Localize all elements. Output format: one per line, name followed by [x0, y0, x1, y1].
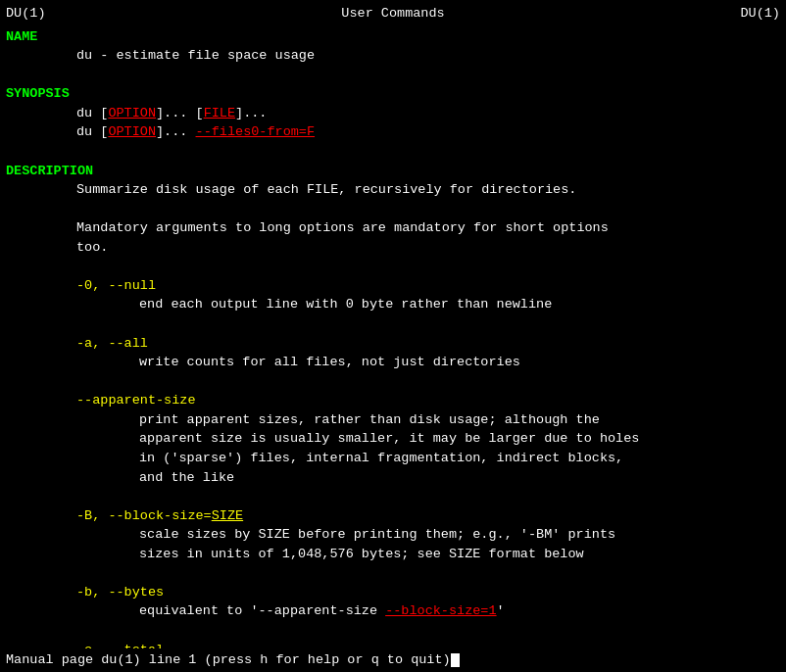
terminal-window: DU(1) User Commands DU(1) NAME du - esti…: [0, 0, 786, 672]
option-block-size-desc1: scale sizes by SIZE before printing them…: [6, 525, 780, 545]
man-page-header: DU(1) User Commands DU(1): [6, 4, 780, 24]
option-bytes-flag-ref: --block-size=1: [385, 603, 496, 618]
option-apparent-size-flag: --apparent-size: [6, 391, 780, 410]
option-apparent-size-desc3: in ('sparse') files, internal fragmentat…: [6, 449, 780, 468]
synopsis-flag: --files0-from=F: [196, 124, 316, 139]
option-all-desc: write counts for all files, not just dir…: [6, 353, 780, 372]
name-section: NAME du - estimate file space usage: [6, 27, 780, 66]
option-apparent-size-desc2: apparent size is usually smaller, it may…: [6, 429, 780, 449]
synopsis-line2: du [OPTION]... --files0-from=F: [6, 122, 780, 142]
option-block-size-desc2: sizes in units of 1,048,576 bytes; see S…: [6, 545, 780, 564]
synopsis-file: FILE: [204, 106, 235, 120]
option-bytes-prefix: equivalent to '--apparent-size: [139, 603, 385, 618]
description-section: DESCRIPTION Summarize disk usage of each…: [6, 162, 780, 660]
mandatory-line2: too.: [6, 238, 780, 258]
mandatory-line1: Mandatory arguments to long options are …: [6, 218, 780, 238]
option-block-size-var: SIZE: [212, 508, 243, 523]
option-bytes-suffix: ': [497, 603, 505, 618]
name-content: du - estimate file space usage: [6, 46, 780, 66]
synopsis-line1-mid: ]... [: [156, 106, 204, 120]
synopsis-line1-suffix: ]...: [235, 106, 267, 120]
status-text: Manual page du(1) line 1 (press h for he…: [6, 652, 451, 667]
option-apparent-size-desc4: and the like: [6, 468, 780, 488]
description-summary: Summarize disk usage of each FILE, recur…: [6, 180, 780, 200]
option-all-flag: -a, --all: [6, 334, 780, 354]
status-bar: Manual page du(1) line 1 (press h for he…: [0, 648, 786, 672]
synopsis-line2-mid: ]...: [156, 124, 196, 139]
option-bytes-desc: equivalent to '--apparent-size --block-s…: [6, 601, 780, 621]
header-center: User Commands: [341, 4, 444, 24]
option-apparent-size-desc1: print apparent sizes, rather than disk u…: [6, 410, 780, 430]
description-label: DESCRIPTION: [6, 162, 780, 181]
option-null-flag: -0, --null: [6, 276, 780, 296]
synopsis-section: SYNOPSIS du [OPTION]... [FILE]... du [OP…: [6, 84, 780, 142]
synopsis-line1-prefix: du [: [76, 106, 108, 120]
name-label: NAME: [6, 27, 780, 47]
header-right: DU(1): [740, 4, 780, 24]
synopsis-option1: OPTION: [108, 106, 156, 120]
synopsis-line1: du [OPTION]... [FILE]...: [6, 104, 780, 123]
header-left: DU(1): [6, 4, 46, 24]
option-null-desc: end each output line with 0 byte rather …: [6, 295, 780, 314]
synopsis-label: SYNOPSIS: [6, 84, 780, 104]
option-block-size-flag: -B, --block-size=SIZE: [6, 506, 780, 526]
synopsis-line2-prefix: du [: [76, 124, 108, 139]
cursor: [451, 653, 460, 667]
synopsis-option2: OPTION: [108, 124, 156, 139]
option-block-size-prefix: -B, --block-size=: [76, 508, 212, 523]
option-bytes-flag: -b, --bytes: [6, 583, 780, 602]
